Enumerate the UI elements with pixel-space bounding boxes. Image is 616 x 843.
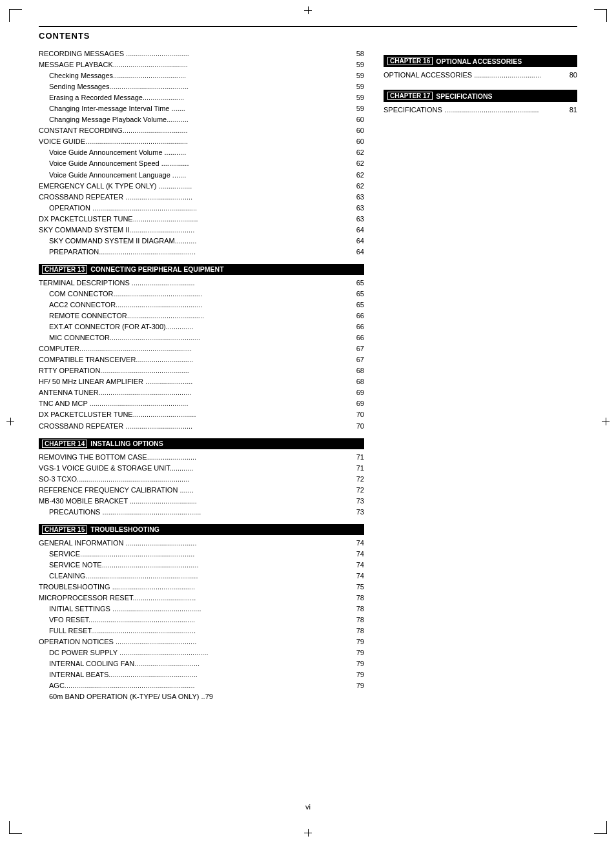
list-item: CLEANING................................… xyxy=(39,571,364,582)
cross-mark-bottom xyxy=(304,829,312,837)
chapter-16-number: CHAPTER 16 xyxy=(387,57,433,65)
list-item: FULL RESET..............................… xyxy=(39,625,364,636)
list-item: SPECIFICATIONS .........................… xyxy=(384,105,577,116)
list-item: COMPUTER................................… xyxy=(39,343,364,354)
list-item: Checking Messages.......................… xyxy=(39,70,364,81)
list-item: COM CONNECTOR...........................… xyxy=(39,289,364,300)
chapter-17-title: SPECIFICATIONS xyxy=(436,92,492,100)
list-item: TNC AND MCP ............................… xyxy=(39,398,364,409)
list-item: SERVICE.................................… xyxy=(39,549,364,560)
right-column: CHAPTER 16 OPTIONAL ACCESSORIES OPTIONAL… xyxy=(384,48,577,703)
chapter-14-number: CHAPTER 14 xyxy=(42,440,87,448)
chapter-16-header: CHAPTER 16 OPTIONAL ACCESSORIES xyxy=(384,55,577,67)
two-column-layout: RECORDING MESSAGES .....................… xyxy=(39,48,577,703)
footer-page-number: vi xyxy=(0,803,616,811)
list-item: MICROPROCESSOR RESET....................… xyxy=(39,593,364,604)
list-item: Erasing a Recorded Message..............… xyxy=(39,92,364,103)
list-item: Voice Guide Announcement Language ......… xyxy=(39,170,364,181)
cross-mark-right xyxy=(602,418,610,425)
list-item: 60m BAND OPERATION (K-TYPE/ USA ONLY) ..… xyxy=(39,691,364,702)
list-item: SKY COMMAND SYSTEM II...................… xyxy=(39,225,364,236)
cross-mark-left xyxy=(6,418,14,425)
list-item: GENERAL INFORMATION ....................… xyxy=(39,538,364,549)
page: CONTENTS RECORDING MESSAGES ............… xyxy=(0,0,616,843)
chapter-17-number: CHAPTER 17 xyxy=(387,92,433,100)
chapter-16-title: OPTIONAL ACCESSORIES xyxy=(436,57,522,65)
left-column: RECORDING MESSAGES .....................… xyxy=(39,48,364,703)
list-item: Changing Inter-message Interval Time ...… xyxy=(39,103,364,114)
chapter-13-number: CHAPTER 13 xyxy=(42,265,87,274)
list-item: REMOVING THE BOTTOM CASE................… xyxy=(39,452,364,463)
list-item: AGC.....................................… xyxy=(39,680,364,691)
list-item: Sending Messages........................… xyxy=(39,81,364,92)
list-item: ACC2 CONNECTOR..........................… xyxy=(39,300,364,310)
chapter-15-title: TROUBLESHOOTING xyxy=(90,525,159,533)
list-item: PREPARATION.............................… xyxy=(39,247,364,258)
page-title: CONTENTS xyxy=(39,31,577,41)
list-item: MESSAGE PLAYBACK........................… xyxy=(39,59,364,70)
list-item: REFERENCE FREQUENCY CALIBRATION ....... … xyxy=(39,485,364,496)
list-item: DX PACKETCLUSTER TUNE...................… xyxy=(39,409,364,420)
cross-mark-top xyxy=(304,6,312,14)
list-item: REMOTE CONNECTOR........................… xyxy=(39,310,364,321)
chapter-15-number: CHAPTER 15 xyxy=(42,525,87,534)
list-item: Voice Guide Announcement Volume ........… xyxy=(39,147,364,158)
list-item: OPERATION NOTICES ......................… xyxy=(39,636,364,647)
list-item: Changing Message Playback Volume........… xyxy=(39,114,364,125)
list-item: ANTENNA TUNER...........................… xyxy=(39,387,364,398)
list-item: CROSSBAND REPEATER .....................… xyxy=(39,421,364,432)
list-item: CONSTANT RECORDING......................… xyxy=(39,125,364,136)
list-item: VGS-1 VOICE GUIDE & STORAGE UNIT........… xyxy=(39,463,364,474)
list-item: EMERGENCY CALL (K TYPE ONLY) ...........… xyxy=(39,181,364,192)
list-item: OPTIONAL ACCESSORIES ...................… xyxy=(384,70,577,81)
chapter-15-header: CHAPTER 15 TROUBLESHOOTING xyxy=(39,524,364,535)
list-item: SERVICE NOTE............................… xyxy=(39,560,364,571)
list-item: MB-430 MOBILE BRACKET ..................… xyxy=(39,496,364,507)
list-item: Voice Guide Announcement Speed .........… xyxy=(39,158,364,169)
header-rule xyxy=(39,26,577,27)
chapter-17-header: CHAPTER 17 SPECIFICATIONS xyxy=(384,90,577,102)
list-item: RTTY OPERATION..........................… xyxy=(39,365,364,376)
list-item: SO-3 TCXO...............................… xyxy=(39,474,364,485)
corner-mark-bl xyxy=(9,821,22,834)
list-item: TROUBLESHOOTING ........................… xyxy=(39,582,364,593)
list-item: INTERNAL COOLING FAN....................… xyxy=(39,658,364,669)
list-item: RECORDING MESSAGES .....................… xyxy=(39,48,364,59)
list-item: VOICE GUIDE.............................… xyxy=(39,136,364,147)
list-item: DC POWER SUPPLY ........................… xyxy=(39,647,364,658)
chapter-14-header: CHAPTER 14 INSTALLING OPTIONS xyxy=(39,438,364,449)
list-item: SKY COMMAND SYSTEM II DIAGRAM...........… xyxy=(39,236,364,247)
list-item: OPERATION ..............................… xyxy=(39,203,364,214)
list-item: COMPATIBLE TRANSCEIVER..................… xyxy=(39,354,364,365)
chapter-13-header: CHAPTER 13 CONNECTING PERIPHERAL EQUIPME… xyxy=(39,264,364,275)
chapter-13-title: CONNECTING PERIPHERAL EQUIPMENT xyxy=(90,265,223,273)
corner-mark-br xyxy=(594,821,607,834)
list-item: PRECAUTIONS ............................… xyxy=(39,507,364,518)
list-item: INITIAL SETTINGS .......................… xyxy=(39,604,364,614)
list-item: TERMINAL DESCRIPTIONS ..................… xyxy=(39,278,364,289)
list-item: VFO RESET...............................… xyxy=(39,614,364,625)
chapter-14-title: INSTALLING OPTIONS xyxy=(90,440,163,447)
list-item: DX PACKETCLUSTER TUNE...................… xyxy=(39,214,364,225)
corner-mark-tr xyxy=(594,9,607,22)
list-item: MIC CONNECTOR...........................… xyxy=(39,332,364,343)
list-item: CROSSBAND REPEATER .....................… xyxy=(39,192,364,203)
list-item: HF/ 50 MHz LINEAR AMPLIFIER ............… xyxy=(39,376,364,387)
list-item: INTERNAL BEATS..........................… xyxy=(39,669,364,680)
list-item: EXT.AT CONNECTOR (FOR AT-300)...........… xyxy=(39,321,364,332)
corner-mark-tl xyxy=(9,9,22,22)
